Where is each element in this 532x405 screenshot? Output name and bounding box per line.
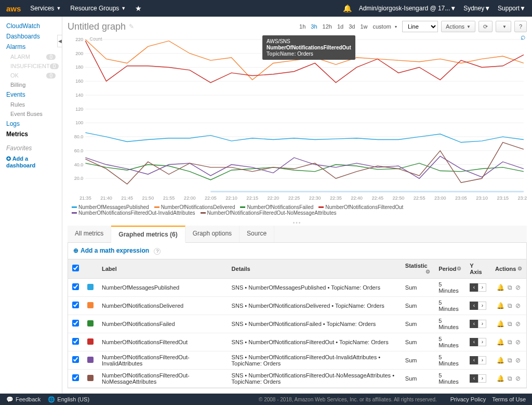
alarm-icon[interactable]: 🔔 (497, 338, 504, 346)
cell-statistic[interactable]: Sum (401, 315, 434, 333)
yaxis-left[interactable]: ‹ (470, 374, 478, 383)
time-range-3h[interactable]: 3h (311, 23, 317, 30)
time-range-1d[interactable]: 1d (337, 23, 343, 30)
table-row[interactable]: NumberOfNotificationsFilteredOutSNS • Nu… (68, 333, 526, 351)
tab-all-metrics[interactable]: All metrics (68, 226, 111, 242)
table-row[interactable]: NumberOfNotificationsDeliveredSNS • Numb… (68, 296, 526, 315)
zoom-icon[interactable]: ⌕ (521, 32, 526, 42)
cell-period[interactable]: 5 Minutes (434, 333, 466, 351)
sidebar-item-event-buses[interactable]: Event Buses (0, 109, 62, 119)
row-checkbox[interactable] (72, 320, 79, 326)
sidebar-item-events[interactable]: Events (0, 89, 62, 100)
color-swatch[interactable] (87, 338, 94, 345)
time-range-1h[interactable]: 1h (299, 23, 305, 30)
cell-statistic[interactable]: Sum (401, 333, 434, 351)
gear-icon[interactable]: ⚙ (517, 266, 522, 271)
edit-title-icon[interactable]: ✎ (129, 23, 134, 30)
table-row[interactable]: NumberOfNotificationsFilteredOut-Invalid… (68, 351, 526, 369)
help-icon[interactable]: ? (154, 248, 161, 255)
sidebar-item-alarms[interactable]: Alarms (0, 42, 62, 52)
cell-statistic[interactable]: Sum (401, 351, 434, 369)
yaxis-left[interactable]: ‹ (470, 283, 478, 292)
color-swatch[interactable] (87, 284, 94, 290)
sidebar-item-rules[interactable]: Rules (0, 100, 62, 109)
row-checkbox[interactable] (72, 302, 79, 308)
row-checkbox[interactable] (72, 283, 79, 290)
gear-icon[interactable]: ⚙ (457, 266, 461, 271)
cell-statistic[interactable]: Sum (401, 369, 434, 387)
cell-period[interactable]: 5 Minutes (434, 315, 466, 333)
color-swatch[interactable] (87, 375, 94, 381)
graph-title[interactable]: Untitled graph (68, 21, 126, 32)
terms-link[interactable]: Terms of Use (492, 396, 526, 402)
remove-icon[interactable]: ⊘ (515, 284, 521, 291)
yaxis-right[interactable]: › (478, 338, 486, 346)
alarm-icon[interactable]: 🔔 (497, 320, 504, 328)
add-dashboard-link[interactable]: ✪ Add a dashboard (0, 153, 62, 171)
yaxis-left[interactable]: ‹ (470, 356, 478, 364)
duplicate-icon[interactable]: ⧉ (508, 338, 512, 346)
alarm-icon[interactable]: 🔔 (497, 375, 504, 382)
duplicate-icon[interactable]: ⧉ (508, 375, 512, 382)
yaxis-left[interactable]: ‹ (470, 302, 478, 310)
select-all-checkbox[interactable] (72, 265, 79, 271)
add-math-expression[interactable]: ⊕Add a math expression ? (68, 243, 526, 259)
feedback-link[interactable]: 💬Feedback (6, 396, 41, 403)
remove-icon[interactable]: ⊘ (515, 338, 521, 346)
legend-item[interactable]: NumberOfNotificationsDelivered (154, 204, 235, 210)
tab-graph-options[interactable]: Graph options (185, 226, 240, 242)
col-statistic[interactable]: Statistic⚙ (401, 259, 434, 278)
sidebar-item-dashboards[interactable]: Dashboards (0, 31, 62, 42)
yaxis-left[interactable]: ‹ (470, 338, 478, 346)
row-checkbox[interactable] (72, 374, 79, 381)
alarm-icon[interactable]: 🔔 (497, 302, 504, 309)
duplicate-icon[interactable]: ⧉ (508, 357, 512, 364)
color-swatch[interactable] (87, 357, 94, 363)
pin-icon[interactable]: ★ (135, 4, 142, 12)
cell-statistic[interactable]: Sum (401, 278, 434, 296)
yaxis-right[interactable]: › (478, 320, 486, 328)
legend-item[interactable]: NumberOfNotificationsFilteredOut (318, 204, 403, 210)
col-label[interactable]: Label (98, 259, 228, 278)
language-link[interactable]: 🌐English (US) (48, 396, 89, 403)
sidebar-item-ok[interactable]: OK0 (0, 71, 62, 80)
col-actions[interactable]: Actions⚙ (491, 259, 526, 278)
yaxis-right[interactable]: › (478, 356, 486, 364)
row-checkbox[interactable] (72, 338, 79, 345)
privacy-link[interactable]: Privacy Policy (450, 396, 486, 402)
color-swatch[interactable] (87, 320, 94, 326)
cell-period[interactable]: 5 Minutes (434, 351, 466, 369)
time-range-3d[interactable]: 3d (349, 23, 355, 30)
help-button[interactable]: ? (514, 21, 527, 32)
account-menu[interactable]: Admin/giorgosk-Isengard @ 17...▼ (359, 5, 457, 12)
cell-statistic[interactable]: Sum (401, 296, 434, 315)
cell-period[interactable]: 5 Minutes (434, 296, 466, 315)
remove-icon[interactable]: ⊘ (515, 357, 521, 364)
color-swatch[interactable] (87, 302, 94, 308)
bell-icon[interactable]: 🔔 (343, 4, 352, 12)
yaxis-right[interactable]: › (478, 302, 486, 310)
line-chart[interactable]: Count20.040.060.080.01001201401601802002… (68, 35, 527, 202)
services-menu[interactable]: Services▼ (30, 5, 61, 12)
alarm-icon[interactable]: 🔔 (497, 284, 504, 291)
actions-button[interactable]: Actions▼ (441, 21, 475, 32)
remove-icon[interactable]: ⊘ (515, 320, 521, 328)
time-range-custom[interactable]: custom (373, 23, 391, 30)
resource-groups-menu[interactable]: Resource Groups▼ (70, 5, 126, 12)
legend-item[interactable]: NumberOfNotificationsFailed (240, 204, 313, 210)
col-details[interactable]: Details (228, 259, 401, 278)
duplicate-icon[interactable]: ⧉ (508, 302, 512, 309)
sidebar-item-billing[interactable]: Billing (0, 80, 62, 89)
table-row[interactable]: NumberOfMessagesPublishedSNS • NumberOfM… (68, 278, 526, 296)
time-range-12h[interactable]: 12h (323, 23, 332, 30)
refresh-dropdown-button[interactable]: ▼ (496, 21, 511, 32)
tab-graphed-metrics[interactable]: Graphed metrics (6) (111, 226, 185, 243)
resize-handle[interactable]: ••• (68, 220, 527, 226)
chart-type-select[interactable]: Line (402, 21, 438, 32)
aws-logo[interactable]: aws (6, 4, 21, 13)
row-checkbox[interactable] (72, 356, 79, 363)
legend-item[interactable]: NumberOfMessagesPublished (72, 204, 149, 210)
sidebar-item-metrics[interactable]: Metrics (0, 129, 62, 139)
refresh-button[interactable]: ⟳ (478, 21, 493, 32)
sidebar-item-insufficient[interactable]: INSUFFICIENT0 (0, 61, 62, 71)
